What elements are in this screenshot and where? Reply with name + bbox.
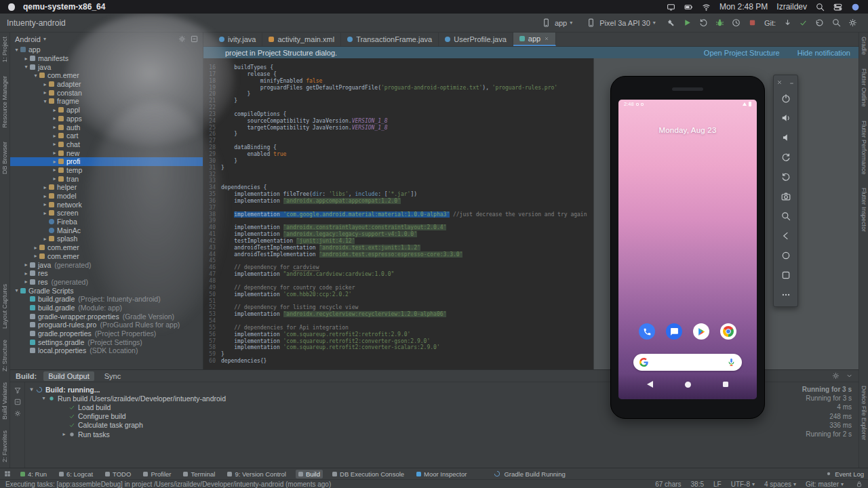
- lock-icon[interactable]: [856, 481, 863, 487]
- editor-tab[interactable]: activity_main.xml: [262, 33, 341, 46]
- tree-item[interactable]: ▸ constan: [10, 88, 203, 97]
- background-task[interactable]: Gradle Build Running: [494, 470, 565, 478]
- build-settings-icon[interactable]: [832, 372, 840, 380]
- tree-item[interactable]: gradle-wrapper.properties (Gradle Versio…: [10, 312, 203, 321]
- run-config-selector[interactable]: app ▾: [537, 16, 576, 30]
- tree-item[interactable]: proguard-rules.pro (ProGuard Rules for a…: [10, 321, 203, 329]
- tool-window-button[interactable]: 1: Project: [1, 37, 8, 62]
- chrome-app-icon[interactable]: [720, 323, 736, 340]
- tree-expand-icon[interactable]: ▸: [41, 210, 49, 216]
- tool-window-tab[interactable]: 9: Version Control: [224, 470, 289, 479]
- tree-item[interactable]: MainAc: [10, 226, 203, 235]
- screenshot-button[interactable]: [774, 186, 797, 206]
- tree-item[interactable]: ▸ apps: [10, 115, 203, 123]
- rotate-right-button[interactable]: [774, 167, 797, 186]
- tree-item[interactable]: ▸ com.emer: [10, 252, 203, 261]
- editor-tab[interactable]: UserProfile.java: [439, 33, 513, 46]
- power-button[interactable]: [774, 88, 797, 108]
- tree-item[interactable]: ▸ manifests: [10, 54, 203, 63]
- tree-item[interactable]: ▾ app: [10, 45, 203, 54]
- tree-item[interactable]: ▸ java (generated): [10, 260, 203, 269]
- status-widget[interactable]: UTF-8 ▾: [731, 481, 755, 488]
- build-panel-tab[interactable]: Sync: [100, 371, 125, 381]
- volume-up-button[interactable]: [774, 108, 797, 127]
- status-widget[interactable]: LF ▾: [713, 481, 722, 488]
- tree-item[interactable]: ▸ com.emer: [10, 243, 203, 252]
- tool-window-tab[interactable]: Profiler: [140, 470, 174, 479]
- editor-tab[interactable]: app: [513, 33, 556, 46]
- play-store-app-icon[interactable]: [693, 323, 709, 340]
- git-commit-icon[interactable]: [797, 17, 809, 28]
- tree-expand-icon[interactable]: ▸: [41, 236, 49, 242]
- tree-expand-icon[interactable]: ▸: [51, 159, 58, 165]
- home-button[interactable]: [774, 245, 797, 265]
- tree-item[interactable]: ▸ model: [10, 192, 203, 201]
- apple-menu-icon[interactable]: [8, 3, 15, 11]
- tree-item[interactable]: gradle.properties (Project Properties): [10, 329, 203, 338]
- wifi-icon[interactable]: [702, 3, 711, 12]
- volume-down-button[interactable]: [774, 127, 797, 147]
- tool-window-button[interactable]: DB Browser: [1, 142, 8, 174]
- event-log-button[interactable]: Event Log: [826, 470, 864, 478]
- status-widget[interactable]: 67 chars ▾: [655, 481, 681, 488]
- apply-changes-icon[interactable]: [698, 17, 709, 28]
- tree-expand-icon[interactable]: ▾: [28, 386, 35, 392]
- tree-item[interactable]: ▾ com.emer: [10, 71, 203, 80]
- project-settings-icon[interactable]: [178, 35, 186, 43]
- tree-expand-icon[interactable]: ▸: [51, 167, 58, 173]
- editor-tab[interactable]: ivity.java: [213, 33, 262, 46]
- tree-expand-icon[interactable]: ▸: [41, 81, 49, 87]
- tree-item[interactable]: ▸ profi: [10, 157, 203, 166]
- tree-item[interactable]: ▸ new: [10, 148, 203, 157]
- tree-expand-icon[interactable]: ▾: [13, 287, 20, 293]
- tool-window-button[interactable]: Z: Structure: [1, 340, 8, 371]
- tool-window-switcher-icon[interactable]: [4, 470, 11, 477]
- tree-item[interactable]: ▸ cart: [10, 131, 203, 140]
- tree-expand-icon[interactable]: ▸: [60, 431, 68, 437]
- tree-item[interactable]: settings.gradle (Project Settings): [10, 338, 203, 346]
- notification-link[interactable]: Hide notification: [797, 49, 850, 57]
- filter-icon[interactable]: [14, 387, 21, 394]
- tool-window-tab[interactable]: Terminal: [180, 470, 218, 479]
- tree-expand-icon[interactable]: ▸: [51, 115, 58, 121]
- tree-item[interactable]: ▸ tran: [10, 174, 203, 183]
- tree-item[interactable]: Fireba: [10, 218, 203, 226]
- tool-window-tab[interactable]: Build: [296, 470, 323, 479]
- tree-item[interactable]: ▸ res (generated): [10, 278, 203, 287]
- collapse-all-icon[interactable]: [14, 399, 21, 405]
- build-panel-tab[interactable]: Build Output: [43, 371, 94, 381]
- tree-item[interactable]: ▸ temp: [10, 166, 203, 175]
- tree-item[interactable]: build.gradle (Module: app): [10, 304, 203, 312]
- tree-expand-icon[interactable]: ▸: [41, 201, 49, 207]
- tool-window-tab[interactable]: 6: Logcat: [56, 470, 96, 479]
- tree-item[interactable]: local.properties (SDK Location): [10, 346, 203, 355]
- tree-expand-icon[interactable]: ▸: [51, 150, 58, 156]
- tree-item[interactable]: ▸ auth: [10, 123, 203, 131]
- overview-button[interactable]: [774, 265, 797, 285]
- display-icon[interactable]: [667, 3, 675, 12]
- status-widget[interactable]: Git: master ▾: [806, 481, 844, 488]
- siri-icon[interactable]: [851, 3, 860, 12]
- tool-window-tab[interactable]: Moor Inspector: [414, 470, 469, 479]
- minimize-emulator-icon[interactable]: [789, 79, 795, 85]
- tree-item[interactable]: ▸ network: [10, 200, 203, 209]
- menu-bar-clock[interactable]: Mon 2:48 PM: [719, 2, 768, 12]
- status-widget[interactable]: 4 spaces ▾: [764, 481, 796, 488]
- tree-expand-icon[interactable]: ▸: [51, 124, 58, 130]
- back-button[interactable]: [774, 226, 797, 245]
- collapse-panel-icon[interactable]: [846, 372, 853, 380]
- mic-icon[interactable]: [727, 358, 736, 367]
- tool-window-button[interactable]: Layout Captures: [1, 284, 8, 329]
- android-home-button[interactable]: [685, 382, 691, 388]
- close-tab-icon[interactable]: [544, 36, 549, 41]
- tree-expand-icon[interactable]: ▾: [41, 98, 49, 104]
- spotlight-search-icon[interactable]: [816, 3, 825, 12]
- build-options-icon[interactable]: [14, 410, 21, 417]
- tree-expand-icon[interactable]: ▾: [13, 47, 20, 53]
- tree-item[interactable]: ▾ fragme: [10, 97, 203, 106]
- phone-app-icon[interactable]: [639, 323, 655, 340]
- tool-window-button[interactable]: 2: Favorites: [1, 430, 8, 462]
- tree-expand-icon[interactable]: ▸: [51, 107, 58, 113]
- build-tree-row[interactable]: ▸ Run tasks Running for 2 s: [25, 430, 859, 439]
- tool-window-tab[interactable]: TODO: [102, 470, 134, 479]
